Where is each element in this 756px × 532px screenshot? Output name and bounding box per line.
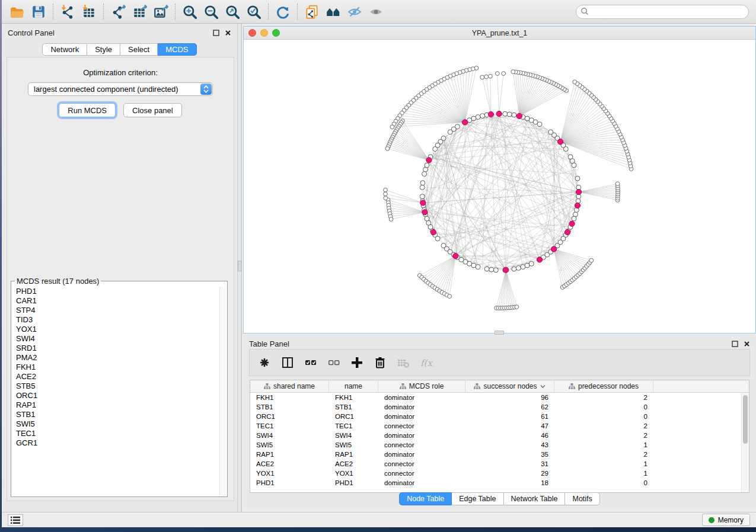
- cell-successor-nodes: 96: [465, 394, 554, 401]
- mcds-result-node[interactable]: TID3: [12, 315, 219, 325]
- optimization-criterion-label: Optimization criterion:: [7, 68, 234, 77]
- mcds-result-node[interactable]: ACE2: [12, 372, 219, 382]
- mcds-node[interactable]: [488, 111, 493, 117]
- zoom-out-button[interactable]: [200, 2, 222, 21]
- network-canvas[interactable]: [244, 40, 755, 333]
- run-mcds-button[interactable]: Run MCDS: [59, 103, 116, 117]
- mcds-node[interactable]: [551, 246, 556, 252]
- zoom-fit-button[interactable]: [222, 2, 243, 21]
- float-panel-icon[interactable]: [213, 30, 219, 36]
- export-table-button[interactable]: [129, 2, 150, 21]
- mcds-result-node[interactable]: RAP1: [12, 400, 219, 410]
- tab-node-table[interactable]: Node Table: [399, 492, 452, 505]
- memory-button[interactable]: Memory: [702, 514, 750, 526]
- tab-network-table[interactable]: Network Table: [504, 492, 566, 505]
- column-header-successor-nodes[interactable]: successor nodes: [465, 380, 554, 392]
- mcds-result-node[interactable]: STP4: [12, 306, 219, 315]
- mcds-node[interactable]: [422, 210, 428, 215]
- export-image-button[interactable]: [150, 2, 171, 21]
- mcds-node[interactable]: [426, 158, 432, 163]
- tab-mcds[interactable]: MCDS: [158, 43, 196, 56]
- mcds-node[interactable]: [430, 229, 436, 235]
- splitter-grip[interactable]: [238, 261, 242, 271]
- mcds-node[interactable]: [575, 203, 580, 208]
- table-scrollbar-thumb[interactable]: [743, 395, 748, 444]
- table-row[interactable]: RAP1RAP1dominator352: [250, 450, 741, 459]
- table-row[interactable]: SWI4SWI4dominator462: [250, 431, 741, 440]
- zoom-selected-button[interactable]: [243, 2, 264, 21]
- mcds-result-scrollbar[interactable]: [219, 287, 227, 496]
- mcds-result-node[interactable]: FKH1: [12, 363, 219, 372]
- close-panel-button[interactable]: Close panel: [123, 103, 182, 117]
- mcds-node[interactable]: [576, 189, 581, 194]
- table-row[interactable]: ACE2ACE2connector311: [250, 459, 741, 469]
- hide-selected-button[interactable]: [344, 2, 365, 21]
- table-scrollbar[interactable]: [741, 393, 749, 492]
- mcds-result-node[interactable]: STB5: [12, 382, 219, 391]
- mcds-result-node[interactable]: STB1: [12, 410, 219, 419]
- table-row[interactable]: TEC1TEC1connector472: [250, 421, 741, 431]
- vertical-splitter[interactable]: [237, 24, 242, 512]
- mcds-result-node[interactable]: TEC1: [12, 429, 219, 438]
- deselect-all-button[interactable]: [325, 354, 343, 371]
- column-header-MCDS-role[interactable]: MCDS role: [378, 380, 465, 392]
- task-history-button[interactable]: [8, 514, 23, 526]
- zoom-in-button[interactable]: [179, 2, 200, 21]
- float-table-panel-icon[interactable]: [732, 341, 738, 347]
- delete-row-button[interactable]: [371, 354, 389, 371]
- mcds-result-node[interactable]: SWI5: [12, 419, 219, 429]
- mcds-node[interactable]: [537, 257, 542, 262]
- mcds-result-node[interactable]: YOX1: [12, 325, 219, 334]
- save-session-button[interactable]: [28, 2, 49, 21]
- open-file-button[interactable]: [7, 2, 28, 21]
- import-table-button[interactable]: [78, 2, 100, 21]
- column-header-predecessor-nodes[interactable]: predecessor nodes: [554, 380, 653, 392]
- mcds-result-node[interactable]: CAR1: [12, 296, 219, 306]
- table-row[interactable]: STB1STB1dominator620: [250, 402, 741, 412]
- optimization-criterion-select[interactable]: largest connected component (undirected): [28, 82, 213, 96]
- tab-network[interactable]: Network: [42, 43, 87, 56]
- mcds-result-list[interactable]: PHD1CAR1STP4TID3YOX1SWI4SRD1PMA2FKH1ACE2…: [12, 287, 219, 496]
- mcds-result-node[interactable]: SWI4: [12, 334, 219, 344]
- mcds-result-node[interactable]: SRD1: [12, 344, 219, 353]
- mcds-node[interactable]: [503, 267, 509, 273]
- mcds-node[interactable]: [569, 221, 575, 226]
- table-row[interactable]: FKH1FKH1dominator962: [250, 393, 741, 402]
- mcds-result-node[interactable]: PMA2: [12, 353, 219, 363]
- first-neighbors-button[interactable]: [323, 2, 344, 21]
- tab-style[interactable]: Style: [87, 43, 120, 56]
- columns-button[interactable]: [279, 354, 296, 371]
- close-table-panel-icon[interactable]: [744, 341, 750, 347]
- mcds-node[interactable]: [565, 229, 570, 235]
- horizontal-splitter-grip[interactable]: [495, 331, 504, 335]
- refresh-view-button[interactable]: [272, 2, 294, 21]
- mcds-result-node[interactable]: PHD1: [12, 287, 219, 296]
- settings-button[interactable]: [256, 354, 273, 371]
- add-row-button[interactable]: [348, 354, 366, 371]
- mcds-node[interactable]: [496, 111, 502, 116]
- search-input[interactable]: [576, 5, 749, 19]
- export-network-button[interactable]: [107, 2, 129, 21]
- import-network-button[interactable]: [57, 2, 78, 21]
- mcds-node[interactable]: [453, 254, 458, 259]
- mcds-result-node[interactable]: ORC1: [12, 391, 219, 400]
- tab-edge-table[interactable]: Edge Table: [452, 492, 503, 505]
- select-all-button[interactable]: [302, 354, 320, 371]
- tab-select[interactable]: Select: [120, 43, 158, 56]
- network-nodes[interactable]: [384, 66, 633, 310]
- mcds-result-node[interactable]: GCR1: [12, 438, 219, 448]
- close-panel-icon[interactable]: [225, 30, 231, 36]
- mcds-node[interactable]: [558, 139, 563, 145]
- mcds-node[interactable]: [516, 113, 522, 118]
- table-row[interactable]: ORC1ORC1dominator610: [250, 412, 741, 421]
- tab-motifs[interactable]: Motifs: [565, 492, 599, 505]
- mcds-node[interactable]: [462, 120, 468, 125]
- column-header-shared-name[interactable]: shared name: [250, 380, 329, 392]
- table-row[interactable]: SWI5SWI5connector431: [250, 440, 741, 450]
- duplicate-network-button[interactable]: [301, 2, 323, 21]
- column-header-name[interactable]: name: [329, 380, 378, 392]
- table-row[interactable]: YOX1YOX1connector291: [250, 469, 741, 478]
- show-all-button[interactable]: [365, 2, 387, 21]
- mcds-node[interactable]: [420, 200, 426, 206]
- table-row[interactable]: PHD1PHD1dominator180: [250, 478, 741, 488]
